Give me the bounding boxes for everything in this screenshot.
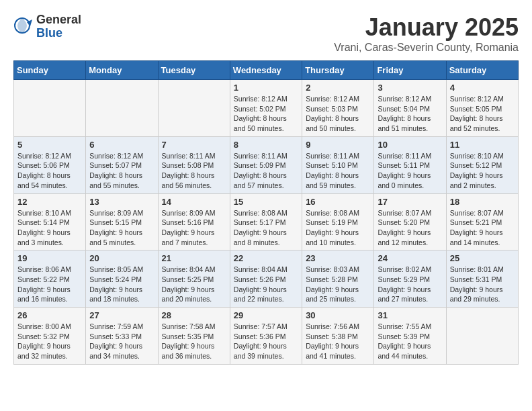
calendar-cell: 14Sunrise: 8:09 AM Sunset: 5:16 PM Dayli…: [158, 193, 230, 250]
calendar-cell: 24Sunrise: 8:02 AM Sunset: 5:29 PM Dayli…: [374, 250, 446, 308]
day-number: 10: [378, 140, 442, 150]
weekday-header-tuesday: Tuesday: [158, 61, 230, 80]
day-info: Sunrise: 8:08 AM Sunset: 5:19 PM Dayligh…: [306, 208, 370, 248]
day-info: Sunrise: 8:11 AM Sunset: 5:10 PM Dayligh…: [306, 151, 370, 191]
title-area: January 2025 Vrani, Caras-Severin County…: [334, 13, 519, 54]
calendar-cell: 9Sunrise: 8:11 AM Sunset: 5:10 PM Daylig…: [302, 136, 374, 193]
calendar-cell: [86, 80, 158, 137]
calendar-cell: [446, 308, 518, 365]
day-info: Sunrise: 7:55 AM Sunset: 5:39 PM Dayligh…: [378, 322, 442, 361]
day-info: Sunrise: 8:11 AM Sunset: 5:09 PM Dayligh…: [234, 151, 298, 191]
calendar-cell: 17Sunrise: 8:07 AM Sunset: 5:20 PM Dayli…: [374, 193, 446, 250]
calendar-cell: 19Sunrise: 8:06 AM Sunset: 5:22 PM Dayli…: [14, 250, 86, 308]
calendar-week-row: 12Sunrise: 8:10 AM Sunset: 5:14 PM Dayli…: [14, 193, 519, 250]
day-info: Sunrise: 8:00 AM Sunset: 5:32 PM Dayligh…: [17, 322, 82, 361]
day-info: Sunrise: 8:04 AM Sunset: 5:26 PM Dayligh…: [234, 265, 298, 304]
day-info: Sunrise: 8:10 AM Sunset: 5:12 PM Dayligh…: [450, 151, 515, 191]
day-info: Sunrise: 8:07 AM Sunset: 5:20 PM Dayligh…: [378, 208, 442, 248]
day-info: Sunrise: 8:04 AM Sunset: 5:25 PM Dayligh…: [162, 265, 226, 304]
calendar-cell: 20Sunrise: 8:05 AM Sunset: 5:24 PM Dayli…: [86, 250, 158, 308]
calendar-cell: 18Sunrise: 8:07 AM Sunset: 5:21 PM Dayli…: [446, 193, 518, 250]
day-number: 13: [89, 197, 154, 207]
calendar-cell: 28Sunrise: 7:58 AM Sunset: 5:35 PM Dayli…: [158, 308, 230, 365]
day-number: 20: [89, 253, 154, 263]
day-number: 9: [306, 140, 370, 150]
day-info: Sunrise: 8:12 AM Sunset: 5:05 PM Dayligh…: [450, 94, 515, 134]
logo: General Blue: [13, 13, 81, 40]
day-number: 28: [162, 310, 226, 320]
day-info: Sunrise: 7:59 AM Sunset: 5:33 PM Dayligh…: [89, 322, 154, 361]
day-info: Sunrise: 8:12 AM Sunset: 5:04 PM Dayligh…: [378, 94, 442, 134]
day-number: 25: [450, 253, 515, 263]
day-info: Sunrise: 8:12 AM Sunset: 5:02 PM Dayligh…: [234, 94, 298, 134]
day-info: Sunrise: 8:07 AM Sunset: 5:21 PM Dayligh…: [450, 208, 515, 248]
location-title: Vrani, Caras-Severin County, Romania: [334, 42, 519, 54]
day-number: 23: [306, 253, 370, 263]
calendar-cell: 10Sunrise: 8:11 AM Sunset: 5:11 PM Dayli…: [374, 136, 446, 193]
calendar-cell: 3Sunrise: 8:12 AM Sunset: 5:04 PM Daylig…: [374, 80, 446, 137]
day-number: 19: [17, 253, 82, 263]
day-info: Sunrise: 8:11 AM Sunset: 5:08 PM Dayligh…: [162, 151, 226, 191]
calendar-week-row: 5Sunrise: 8:12 AM Sunset: 5:06 PM Daylig…: [14, 136, 519, 193]
day-number: 11: [450, 140, 515, 150]
day-number: 22: [234, 253, 298, 263]
weekday-header-sunday: Sunday: [14, 61, 86, 80]
day-number: 4: [450, 83, 515, 93]
calendar-cell: 2Sunrise: 8:12 AM Sunset: 5:03 PM Daylig…: [302, 80, 374, 137]
day-number: 15: [234, 197, 298, 207]
calendar-cell: 23Sunrise: 8:03 AM Sunset: 5:28 PM Dayli…: [302, 250, 374, 308]
calendar-cell: 11Sunrise: 8:10 AM Sunset: 5:12 PM Dayli…: [446, 136, 518, 193]
day-info: Sunrise: 8:03 AM Sunset: 5:28 PM Dayligh…: [306, 265, 370, 304]
calendar-cell: 12Sunrise: 8:10 AM Sunset: 5:14 PM Dayli…: [14, 193, 86, 250]
day-info: Sunrise: 8:06 AM Sunset: 5:22 PM Dayligh…: [17, 265, 82, 304]
logo-icon: [13, 17, 34, 37]
calendar-cell: 16Sunrise: 8:08 AM Sunset: 5:19 PM Dayli…: [302, 193, 374, 250]
calendar-cell: 31Sunrise: 7:55 AM Sunset: 5:39 PM Dayli…: [374, 308, 446, 365]
logo-general-text: General: [36, 13, 81, 27]
day-number: 18: [450, 197, 515, 207]
weekday-header-monday: Monday: [86, 61, 158, 80]
calendar-cell: 29Sunrise: 7:57 AM Sunset: 5:36 PM Dayli…: [230, 308, 302, 365]
calendar-cell: 1Sunrise: 8:12 AM Sunset: 5:02 PM Daylig…: [230, 80, 302, 137]
calendar-cell: 25Sunrise: 8:01 AM Sunset: 5:31 PM Dayli…: [446, 250, 518, 308]
day-number: 16: [306, 197, 370, 207]
day-number: 24: [378, 253, 442, 263]
day-info: Sunrise: 8:01 AM Sunset: 5:31 PM Dayligh…: [450, 265, 515, 304]
day-number: 8: [234, 140, 298, 150]
day-number: 1: [234, 83, 298, 93]
calendar-cell: [14, 80, 86, 137]
day-info: Sunrise: 8:08 AM Sunset: 5:17 PM Dayligh…: [234, 208, 298, 248]
day-number: 12: [17, 197, 82, 207]
calendar-cell: 27Sunrise: 7:59 AM Sunset: 5:33 PM Dayli…: [86, 308, 158, 365]
day-number: 31: [378, 310, 442, 320]
day-info: Sunrise: 8:09 AM Sunset: 5:16 PM Dayligh…: [162, 208, 226, 248]
day-number: 17: [378, 197, 442, 207]
calendar-cell: 26Sunrise: 8:00 AM Sunset: 5:32 PM Dayli…: [14, 308, 86, 365]
calendar-cell: 22Sunrise: 8:04 AM Sunset: 5:26 PM Dayli…: [230, 250, 302, 308]
day-number: 29: [234, 310, 298, 320]
calendar-week-row: 26Sunrise: 8:00 AM Sunset: 5:32 PM Dayli…: [14, 308, 519, 365]
day-info: Sunrise: 8:12 AM Sunset: 5:03 PM Dayligh…: [306, 94, 370, 134]
calendar-cell: 4Sunrise: 8:12 AM Sunset: 5:05 PM Daylig…: [446, 80, 518, 137]
day-info: Sunrise: 7:57 AM Sunset: 5:36 PM Dayligh…: [234, 322, 298, 361]
weekday-header-wednesday: Wednesday: [230, 61, 302, 80]
weekday-header-thursday: Thursday: [302, 61, 374, 80]
day-number: 21: [162, 253, 226, 263]
calendar-cell: 30Sunrise: 7:56 AM Sunset: 5:38 PM Dayli…: [302, 308, 374, 365]
calendar-cell: [158, 80, 230, 137]
day-number: 27: [89, 310, 154, 320]
day-number: 3: [378, 83, 442, 93]
weekday-header-friday: Friday: [374, 61, 446, 80]
logo-blue-text: Blue: [36, 27, 81, 40]
day-number: 14: [162, 197, 226, 207]
logo-text: General Blue: [36, 13, 81, 40]
day-number: 7: [162, 140, 226, 150]
calendar-table: SundayMondayTuesdayWednesdayThursdayFrid…: [13, 60, 519, 365]
calendar-cell: 21Sunrise: 8:04 AM Sunset: 5:25 PM Dayli…: [158, 250, 230, 308]
calendar-cell: 8Sunrise: 8:11 AM Sunset: 5:09 PM Daylig…: [230, 136, 302, 193]
day-info: Sunrise: 7:56 AM Sunset: 5:38 PM Dayligh…: [306, 322, 370, 361]
day-info: Sunrise: 8:12 AM Sunset: 5:06 PM Dayligh…: [17, 151, 82, 191]
day-info: Sunrise: 7:58 AM Sunset: 5:35 PM Dayligh…: [162, 322, 226, 361]
calendar-cell: 5Sunrise: 8:12 AM Sunset: 5:06 PM Daylig…: [14, 136, 86, 193]
month-title: January 2025: [334, 13, 519, 42]
